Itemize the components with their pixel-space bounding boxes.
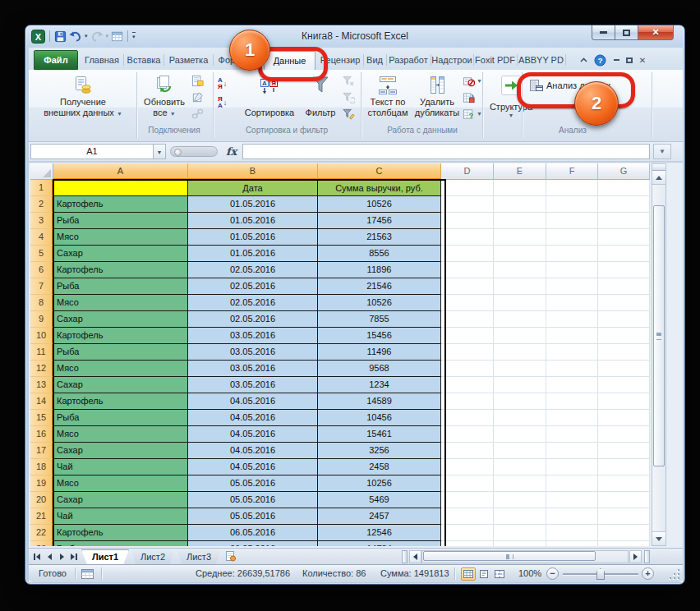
cell-G3[interactable]	[598, 213, 650, 229]
row-header-7[interactable]: 7	[30, 278, 53, 295]
cell-E20[interactable]	[494, 492, 546, 508]
cell-D10[interactable]	[441, 328, 494, 344]
restore-button[interactable]	[615, 25, 638, 40]
cell-C23[interactable]: 14734	[318, 541, 441, 546]
select-all-corner[interactable]	[30, 163, 53, 180]
cell-E18[interactable]	[494, 459, 546, 475]
cell-A12[interactable]: Мясо	[53, 361, 188, 377]
sort-ascending-icon[interactable]: АЯ↓	[218, 76, 227, 90]
cell-F10[interactable]	[546, 328, 598, 344]
cell-D9[interactable]	[441, 311, 494, 328]
cell-B15[interactable]: 04.05.2016	[188, 410, 318, 426]
cell-G16[interactable]	[598, 426, 650, 443]
cell-D1[interactable]	[441, 180, 494, 196]
cell-B2[interactable]: 01.05.2016	[188, 196, 318, 213]
cell-B1[interactable]: Дата	[188, 180, 318, 196]
cell-E21[interactable]	[494, 508, 546, 525]
cell-E10[interactable]	[494, 328, 546, 344]
cell-F1[interactable]	[546, 180, 598, 196]
column-header-C[interactable]: C	[318, 163, 441, 180]
view-normal-button[interactable]	[461, 567, 476, 581]
cell-C11[interactable]: 11496	[318, 344, 441, 361]
cell-D14[interactable]	[441, 393, 494, 410]
cell-C20[interactable]: 5469	[318, 492, 441, 508]
touch-mode-icon[interactable]	[111, 29, 123, 44]
cell-B9[interactable]: 02.05.2016	[188, 311, 318, 328]
row-header-8[interactable]: 8	[30, 295, 53, 311]
tab-разметка[interactable]: Разметка	[165, 51, 212, 70]
cell-F16[interactable]	[546, 426, 598, 443]
cell-F3[interactable]	[546, 213, 598, 229]
tab-вставка[interactable]: Вставка	[125, 51, 163, 70]
cell-F9[interactable]	[546, 311, 598, 328]
cell-B6[interactable]: 02.05.2016	[188, 262, 318, 278]
cell-A19[interactable]: Мясо	[53, 475, 188, 492]
cell-C1[interactable]: Сумма выручки, руб.	[318, 180, 441, 196]
reapply-filter-icon[interactable]	[343, 90, 355, 104]
cell-D16[interactable]	[441, 426, 494, 443]
cell-F7[interactable]	[546, 278, 598, 295]
cell-G11[interactable]	[598, 344, 650, 361]
vertical-scrollbar[interactable]	[652, 163, 666, 546]
text-to-columns-button[interactable]: Текст по столбцам	[364, 71, 412, 124]
cell-G5[interactable]	[598, 246, 650, 262]
tab-надстрои[interactable]: Надстрои	[431, 51, 472, 70]
row-header-18[interactable]: 18	[30, 459, 53, 475]
clear-filter-icon[interactable]	[343, 74, 355, 88]
properties-icon[interactable]	[191, 90, 204, 104]
name-box-dropdown-icon[interactable]: ▼	[154, 144, 166, 159]
row-header-10[interactable]: 10	[30, 328, 53, 344]
cell-C9[interactable]: 7855	[318, 311, 441, 328]
cell-D15[interactable]	[441, 410, 494, 426]
cell-G6[interactable]	[598, 262, 650, 278]
row-header-16[interactable]: 16	[30, 426, 53, 443]
cell-C21[interactable]: 2457	[318, 508, 441, 525]
cell-B21[interactable]: 05.05.2016	[188, 508, 318, 525]
cell-B12[interactable]: 03.05.2016	[188, 361, 318, 377]
cell-F18[interactable]	[546, 459, 598, 475]
cell-C18[interactable]: 2458	[318, 459, 441, 475]
cell-A3[interactable]: Рыба	[53, 213, 188, 229]
cell-B16[interactable]: 04.05.2016	[188, 426, 318, 443]
tab-file[interactable]: Файл	[34, 50, 78, 70]
cell-E5[interactable]	[494, 246, 546, 262]
tab-foxit-pdf[interactable]: Foxit PDF	[474, 51, 516, 70]
cell-D5[interactable]	[441, 246, 494, 262]
cell-B18[interactable]: 04.05.2016	[188, 459, 318, 475]
cell-E6[interactable]	[494, 262, 546, 278]
cell-D6[interactable]	[441, 262, 494, 278]
cell-E1[interactable]	[494, 180, 546, 196]
cell-E23[interactable]	[494, 541, 546, 546]
cell-F20[interactable]	[546, 492, 598, 508]
first-sheet-icon[interactable]	[31, 551, 43, 563]
undo-icon[interactable]	[69, 29, 82, 44]
help-icon[interactable]: ?	[592, 53, 607, 67]
cell-A11[interactable]: Рыба	[53, 344, 188, 361]
sheet-tab-лист2[interactable]: Лист2	[131, 549, 175, 565]
cell-A8[interactable]: Мясо	[53, 295, 188, 311]
get-external-data-button[interactable]: Получение внешних данных ▼	[35, 71, 131, 124]
cell-E8[interactable]	[494, 295, 546, 311]
cell-E7[interactable]	[494, 278, 546, 295]
row-header-23[interactable]: 23	[30, 541, 53, 546]
sort-descending-icon[interactable]: ЯА↓	[218, 95, 227, 109]
cell-A9[interactable]: Сахар	[53, 311, 188, 328]
cell-E22[interactable]	[494, 525, 546, 541]
column-header-D[interactable]: D	[441, 163, 494, 180]
cell-C5[interactable]: 8556	[318, 246, 441, 262]
macro-record-icon[interactable]	[81, 569, 94, 579]
cell-G2[interactable]	[598, 196, 650, 213]
cell-G13[interactable]	[598, 377, 650, 393]
refresh-all-button[interactable]: Обновить все ▼	[140, 71, 188, 124]
row-header-21[interactable]: 21	[30, 508, 53, 525]
cell-E2[interactable]	[494, 196, 546, 213]
cell-C8[interactable]: 10526	[318, 295, 441, 311]
cell-F2[interactable]	[546, 196, 598, 213]
cell-F5[interactable]	[546, 246, 598, 262]
cell-D12[interactable]	[441, 361, 494, 377]
zoom-slider-thumb[interactable]	[596, 568, 605, 580]
cell-B23[interactable]: 06.05.2016	[188, 541, 318, 546]
data-validation-icon[interactable]: ▼	[463, 74, 482, 88]
cell-F8[interactable]	[546, 295, 598, 311]
zoom-out-icon[interactable]: −	[546, 567, 559, 580]
